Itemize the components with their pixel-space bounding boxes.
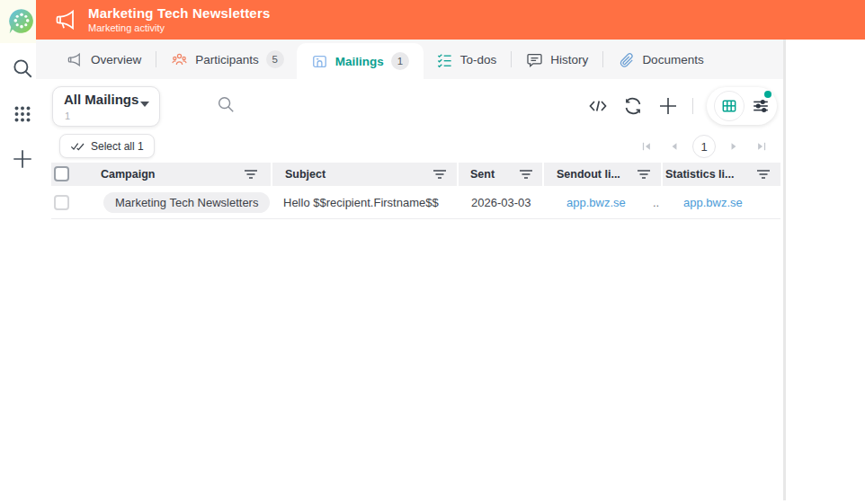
column-header-statistics-link[interactable]: Statistics li... — [665, 163, 734, 186]
mailings-count-badge: 1 — [391, 52, 409, 70]
filter-icon[interactable] — [756, 168, 771, 181]
double-check-icon — [70, 139, 85, 154]
pagination: 1 — [637, 133, 771, 160]
tab-label: Overview — [91, 53, 141, 66]
tab-todos[interactable]: To-dos — [424, 40, 510, 79]
rail-add-icon[interactable] — [11, 147, 34, 171]
megaphone-icon — [67, 51, 84, 68]
tab-label: To-dos — [460, 53, 497, 66]
previous-page-button[interactable] — [664, 137, 684, 156]
table-view-icon — [720, 97, 738, 115]
select-all-button[interactable]: Select all 1 — [59, 134, 155, 158]
chevron-down-icon — [140, 102, 149, 107]
cell-campaign[interactable]: Marketing Tech Newsletters — [103, 186, 270, 219]
header-cell-bg — [51, 163, 271, 186]
mailings-table: Campaign Subject Sent Sendout li... Stat… — [51, 163, 780, 219]
cell-sent: 2026-03-03 — [471, 186, 531, 219]
tab-participants[interactable]: Participants 5 — [158, 40, 297, 79]
people-group-icon — [171, 51, 188, 68]
checklist-icon — [436, 51, 453, 68]
current-page-indicator[interactable]: 1 — [692, 135, 716, 158]
tab-overview[interactable]: Overview — [54, 40, 154, 79]
column-header-sent[interactable]: Sent — [470, 163, 495, 186]
row-checkbox[interactable] — [54, 195, 69, 210]
tab-documents[interactable]: Documents — [605, 40, 716, 79]
participants-count-badge: 5 — [266, 50, 284, 68]
view-selector-label: All Mailings — [64, 92, 138, 107]
mailings-toolbar: All Mailings 1 — [36, 79, 784, 133]
cell-statistics-link: app.bwz.se — [683, 186, 743, 219]
app-logo-icon[interactable] — [7, 7, 36, 36]
tab-bar: Overview Participants 5 — [36, 40, 784, 79]
panel-divider — [783, 40, 786, 500]
statistics-link[interactable]: app.bwz.se — [683, 196, 743, 209]
sendout-link[interactable]: app.bwz.se — [566, 196, 626, 209]
view-toggle — [707, 87, 777, 125]
apps-grid-icon[interactable] — [11, 102, 34, 126]
record-subtitle: Marketing activity — [88, 22, 165, 33]
app-rail — [0, 0, 36, 504]
table-view-button[interactable] — [714, 91, 745, 121]
filter-icon[interactable] — [432, 168, 447, 181]
tab-label: Participants — [195, 53, 259, 66]
global-search-icon[interactable] — [11, 57, 34, 80]
select-all-label: Select all 1 — [91, 140, 144, 153]
filter-icon[interactable] — [519, 168, 533, 181]
campaign-chip[interactable]: Marketing Tech Newsletters — [103, 192, 270, 213]
tab-divider — [511, 51, 512, 67]
tab-label: History — [550, 53, 588, 66]
table-header-row: Campaign Subject Sent Sendout li... Stat… — [51, 163, 780, 186]
tab-mailings[interactable]: Mailings 1 — [297, 43, 424, 79]
select-all-checkbox[interactable] — [54, 166, 69, 181]
list-controls: Select all 1 1 — [36, 133, 784, 163]
filter-settings-button[interactable] — [751, 96, 771, 116]
toolbar-actions — [587, 85, 777, 127]
refresh-icon[interactable] — [622, 95, 644, 117]
tab-label: Mailings — [335, 55, 384, 68]
column-header-subject[interactable]: Subject — [285, 163, 325, 186]
cell-sendout-link: app.bwz.se — [566, 186, 626, 219]
tab-label: Documents — [642, 53, 703, 66]
column-header-sendout-link[interactable]: Sendout li... — [557, 163, 620, 186]
view-selector-count: 1 — [65, 111, 70, 121]
cell-sendout-overflow: .. — [653, 186, 659, 219]
sendout-icon — [311, 53, 328, 70]
comment-icon — [526, 51, 543, 68]
table-row[interactable]: Marketing Tech Newsletters Hello $$recip… — [51, 186, 780, 219]
app-window: Marketing Tech Newsletters Marketing act… — [0, 0, 865, 504]
view-selector-dropdown[interactable]: All Mailings 1 — [52, 86, 160, 127]
paperclip-icon — [618, 51, 635, 68]
tab-history[interactable]: History — [513, 40, 601, 79]
filter-icon[interactable] — [244, 168, 258, 181]
list-search-icon[interactable] — [216, 94, 236, 114]
record-title: Marketing Tech Newsletters — [88, 5, 271, 21]
last-page-button[interactable] — [752, 137, 771, 156]
first-page-button[interactable] — [637, 137, 656, 156]
megaphone-icon — [54, 7, 79, 32]
column-header-campaign[interactable]: Campaign — [101, 163, 155, 186]
cell-subject: Hello $$recipient.Firstname$$ — [283, 186, 439, 219]
filter-icon[interactable] — [637, 168, 651, 181]
tab-divider — [156, 51, 156, 67]
filter-active-dot — [764, 91, 771, 98]
code-icon[interactable] — [587, 95, 609, 117]
add-mailing-icon[interactable] — [657, 95, 679, 117]
record-header: Marketing Tech Newsletters Marketing act… — [36, 0, 865, 40]
toolbar-divider — [692, 98, 693, 114]
tab-divider — [602, 51, 603, 67]
next-page-button[interactable] — [724, 137, 744, 156]
